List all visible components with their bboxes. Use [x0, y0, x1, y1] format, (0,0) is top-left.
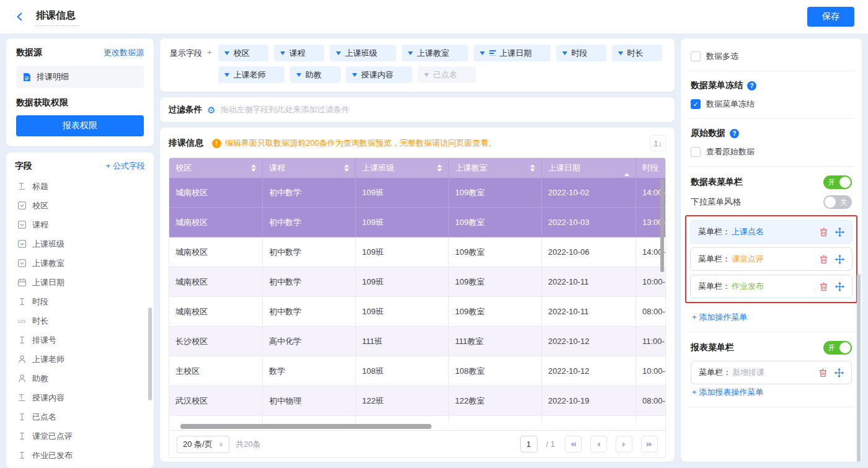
display-field-chip[interactable]: 上课日期	[474, 45, 551, 61]
field-item[interactable]: 已点名	[15, 407, 145, 426]
move-icon[interactable]	[835, 255, 844, 264]
filter-dropzone-placeholder[interactable]: 拖动左侧字段到此处来添加过滤条件	[220, 104, 349, 115]
menu-bar-item[interactable]: 菜单栏：新增排课	[691, 361, 852, 384]
fields-scrollbar[interactable]	[148, 307, 152, 400]
report-permission-button[interactable]: 报表权限	[16, 115, 144, 136]
add-display-field-button[interactable]: +	[207, 48, 212, 88]
help-icon[interactable]	[747, 81, 756, 91]
chevron-left-icon	[597, 442, 600, 447]
current-page-input[interactable]: 1	[520, 436, 538, 453]
field-item[interactable]: 授课内容	[15, 388, 145, 407]
move-icon[interactable]	[835, 368, 844, 377]
table-cell: 2022-10-03	[542, 208, 636, 237]
data-menu-toggle[interactable]: 开	[823, 175, 852, 189]
page-size-value: 20 条/页	[183, 439, 213, 450]
add-report-menu-link[interactable]: + 添加报表操作菜单	[692, 387, 763, 398]
move-icon[interactable]	[835, 282, 844, 291]
field-item[interactable]: 课程	[15, 215, 145, 234]
checkbox-unchecked-icon[interactable]	[691, 147, 701, 157]
next-page-button[interactable]	[616, 436, 632, 453]
sort-icon[interactable]	[530, 164, 535, 172]
table-vertical-scrollbar[interactable]	[660, 179, 664, 272]
dropdown-style-toggle[interactable]: 关	[823, 195, 852, 209]
field-item[interactable]: 上课教室	[15, 254, 145, 273]
delete-icon[interactable]	[819, 227, 828, 237]
settings-panel: 数据多选 数据菜单冻结 数据菜单冻结 原始数据 查看原始数据	[681, 38, 862, 462]
sort-icon[interactable]	[344, 164, 349, 172]
field-item[interactable]: 123时长	[15, 311, 145, 330]
prev-page-button[interactable]	[590, 436, 607, 453]
delete-icon[interactable]	[819, 255, 828, 264]
formula-field-link[interactable]: + 公式字段	[106, 161, 145, 172]
help-icon[interactable]	[730, 129, 739, 138]
horizontal-scrollbar[interactable]	[180, 424, 432, 429]
table-body: 城南校区初中数学109班109教室2022-10-0214:00-1城南校区初中…	[169, 178, 665, 423]
field-item[interactable]: 时段	[15, 292, 145, 311]
table-row[interactable]: 城南校区初中数学109班109教室2022-10-0214:00-1	[169, 178, 665, 208]
display-field-chip[interactable]: 已点名	[418, 66, 476, 83]
move-icon[interactable]	[835, 227, 844, 237]
display-field-chip[interactable]: 授课内容	[346, 66, 412, 83]
display-field-chip-label: 授课内容	[361, 69, 394, 81]
display-field-chip[interactable]: 上课班级	[330, 45, 396, 61]
column-header[interactable]: 时段	[636, 158, 665, 178]
divider	[688, 71, 854, 71]
change-datasource-link[interactable]: 更改数据源	[104, 47, 144, 58]
sort-icon[interactable]	[437, 164, 442, 172]
raw-data-option[interactable]: 查看原始数据	[691, 146, 852, 157]
table-row[interactable]: 长沙校区高中化学111班111教室2022-10-1211:00-1	[169, 327, 665, 356]
first-page-button[interactable]	[565, 436, 582, 453]
sort-icon[interactable]	[251, 164, 256, 172]
display-field-chip[interactable]: 上课教室	[402, 45, 468, 61]
field-item[interactable]: 上课班级	[15, 234, 145, 254]
column-header[interactable]: 校区	[169, 158, 263, 178]
column-header[interactable]: 上课教室	[449, 158, 542, 178]
table-row[interactable]: 武汉校区初中物理122班122教室2022-10-1908:00-0	[169, 386, 665, 416]
table-row[interactable]: 主校区数学108班108教室2022-10-1210:00-1	[169, 356, 665, 386]
field-item[interactable]: 排课号	[15, 330, 145, 350]
checkbox-unchecked-icon[interactable]	[691, 51, 701, 61]
table-row[interactable]: 城南校区初中数学109班109教室2022-10-1108:00-0	[169, 297, 665, 327]
menu-bar-item[interactable]: 菜单栏：作业发布	[690, 275, 852, 298]
sort-control-button[interactable]: 1↓	[650, 135, 666, 151]
field-item[interactable]: 标题	[15, 177, 145, 196]
display-field-chip[interactable]: 课程	[274, 45, 324, 61]
menu-bar-item[interactable]: 菜单栏：上课点名	[690, 220, 852, 244]
table-row[interactable]: 城南校区初中数学109班109教室2022-10-1110:00-1	[169, 267, 665, 297]
back-button[interactable]	[14, 11, 26, 23]
column-header[interactable]: 课程	[263, 158, 356, 178]
delete-icon[interactable]	[819, 282, 828, 291]
column-header[interactable]: 上课日期	[542, 158, 636, 178]
display-field-chip[interactable]: 校区	[218, 45, 268, 61]
multi-select-option[interactable]: 数据多选	[691, 51, 852, 62]
table-row[interactable]: 城南校区初中数学109班109教室2022-10-0313:00-1	[169, 208, 665, 237]
divider	[688, 407, 854, 407]
report-menu-toggle[interactable]: 开	[823, 341, 852, 355]
gear-icon[interactable]: ⚙	[207, 105, 215, 115]
display-field-chip[interactable]: 时段	[556, 45, 606, 61]
field-item[interactable]: 上课日期	[15, 273, 145, 292]
display-field-chip[interactable]: 时长	[612, 45, 662, 61]
datasource-item[interactable]: 排课明细	[16, 66, 144, 88]
field-item[interactable]: 助教	[15, 369, 145, 388]
menu-bar-item-prefix: 菜单栏：	[698, 226, 730, 237]
display-field-chip[interactable]: 助教	[290, 66, 340, 83]
add-action-menu-link[interactable]: + 添加操作菜单	[692, 312, 747, 323]
page-size-select[interactable]: 20 条/页 ∨	[177, 436, 229, 453]
menu-freeze-option[interactable]: 数据菜单冻结	[691, 99, 852, 110]
checkbox-checked-icon[interactable]	[691, 99, 701, 109]
settings-scrollbar[interactable]	[857, 274, 861, 462]
dropdown-style-label: 下拉菜单风格	[691, 196, 741, 208]
field-item[interactable]: 上课老师	[15, 350, 145, 369]
column-header[interactable]: 上课班级	[356, 158, 449, 178]
menu-bar-item[interactable]: 菜单栏：课堂点评	[690, 247, 852, 271]
sort-ascending-icon[interactable]	[624, 164, 629, 173]
field-item[interactable]: 课堂已点评	[15, 426, 145, 446]
field-item[interactable]: 校区	[15, 196, 145, 215]
last-page-button[interactable]	[641, 436, 658, 453]
delete-icon[interactable]	[818, 368, 828, 377]
display-field-chip[interactable]: 上课老师	[218, 66, 285, 83]
save-button[interactable]: 保存	[807, 7, 854, 27]
field-item[interactable]: 作业已发布	[15, 446, 145, 465]
table-row[interactable]: 城南校区初中数学109班109教室2022-10-0614:00-1	[169, 237, 665, 267]
